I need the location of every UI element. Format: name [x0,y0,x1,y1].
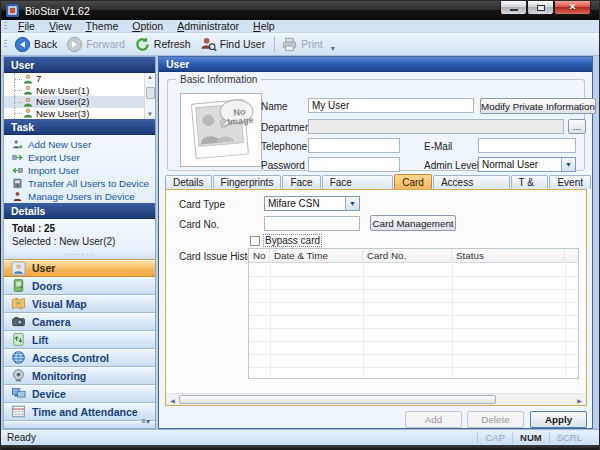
card-issue-history-table: No Date & Time Card No. Status [248,248,579,379]
export-user-icon [12,152,23,163]
nav-device[interactable]: Device [4,385,155,403]
print-button[interactable]: Print [278,34,329,55]
menu-help[interactable]: Help [246,20,282,32]
toolbar-overflow-button[interactable]: ▾ [331,44,335,55]
task-transfer-all-users[interactable]: Transfer All Users to Device [4,177,155,190]
department-field[interactable] [308,119,564,134]
nav-label: Monitoring [32,370,86,382]
nav-visual-map[interactable]: Visual Map [4,295,155,313]
menu-administrator[interactable]: Administrator [170,20,246,32]
nav-monitoring[interactable]: Monitoring [4,367,155,385]
camera-icon [11,314,26,329]
sidebar-splitter[interactable]: ······· [4,252,155,259]
scroll-right-icon[interactable]: ▶ [574,395,585,405]
scroll-thumb[interactable] [146,87,155,99]
visual-map-icon [11,296,26,311]
tree-item[interactable]: New User(3) [4,108,155,120]
nav-filler: ≡▾ [4,421,155,428]
scroll-down-icon[interactable]: ▼ [147,110,153,119]
tree-item[interactable]: New User(1) [4,85,155,97]
tab-face[interactable]: Face [282,175,320,189]
tab-event[interactable]: Event [549,175,591,189]
minimize-button[interactable] [500,1,527,15]
column-header-no[interactable]: No [249,249,270,263]
keyboard-indicators: CAP NUM SCRL [477,430,599,445]
menu-view[interactable]: View [42,20,79,32]
card-management-button[interactable]: Card Management [370,215,456,231]
scroll-up-icon[interactable]: ▲ [147,73,153,82]
scroll-thumb[interactable] [179,395,496,404]
doors-icon [11,278,26,293]
tab-face-fusion[interactable]: Face (Fusion) [322,175,394,189]
delete-button[interactable]: Delete [467,411,524,428]
horizontal-scrollbar[interactable]: ◀ ▶ [166,393,586,405]
refresh-icon [134,36,151,53]
tab-access-control[interactable]: Access Control [433,175,510,189]
nav-label: Visual Map [32,298,87,310]
task-export-user[interactable]: Export User [4,151,155,164]
name-field[interactable] [308,98,474,113]
details-info: Total : 25 Selected : New User(2) [4,219,155,252]
tab-fingerprints[interactable]: Fingerprints [213,175,282,189]
action-buttons: Add Delete Apply [159,411,594,428]
nav-time-and-attendance[interactable]: Time and Attendance [4,403,155,421]
find-user-button[interactable]: Find User [197,34,272,55]
column-header-date-time[interactable]: Date & Time [270,249,363,263]
menu-file[interactable]: File [11,20,42,32]
nav-label: Time and Attendance [32,406,138,418]
access-control-icon [11,350,26,365]
refresh-label: Refresh [154,38,191,50]
tree-scrollbar[interactable]: ▲ ▼ [144,73,155,119]
email-field[interactable] [478,138,576,153]
sidebar-details-header: Details [4,203,155,219]
task-label: Import User [28,165,79,176]
nav-lift[interactable]: Lift [4,331,155,349]
basic-information-group: Basic Information [167,79,585,171]
maximize-icon [537,5,545,11]
tree-item-selected[interactable]: New User(2) [4,96,155,108]
back-button[interactable]: Back [11,34,63,55]
toolbar: Back Forward Refresh Find User Print [1,33,599,56]
caps-lock-indicator: CAP [477,432,512,443]
tab-t-and-a[interactable]: T & A [511,175,549,189]
scroll-left-icon[interactable]: ◀ [167,395,178,405]
column-header-status[interactable]: Status [452,249,565,263]
telephone-field[interactable] [308,138,400,153]
admin-level-select[interactable]: Normal User ▼ [478,157,576,172]
nav-doors[interactable]: Doors [4,277,155,295]
tab-details[interactable]: Details [165,175,212,189]
maximize-button[interactable] [527,1,554,15]
task-import-user[interactable]: Import User [4,164,155,177]
refresh-button[interactable]: Refresh [131,34,197,55]
add-button[interactable]: Add [405,411,462,428]
nav-user[interactable]: User [4,259,155,277]
menu-theme[interactable]: Theme [79,20,126,32]
password-field[interactable] [308,157,400,172]
main-content: Basic Information [159,72,592,428]
menu-option[interactable]: Option [125,20,170,32]
tab-card[interactable]: Card [394,174,432,189]
bypass-card-row: Bypass card [250,234,322,247]
card-type-select[interactable]: Mifare CSN ▼ [264,196,360,211]
tree-connector [14,108,22,120]
device-icon [11,386,26,401]
task-add-new-user[interactable]: Add New User [4,138,155,151]
nav-access-control[interactable]: Access Control [4,349,155,367]
app-body: User 7 New User(1) New User(2) [1,56,599,429]
close-button[interactable]: ✕ [554,1,591,15]
forward-button[interactable]: Forward [63,34,131,55]
modify-private-information-button[interactable]: Modify Private Information [480,98,596,114]
card-no-field[interactable] [264,216,360,231]
column-header-card-no[interactable]: Card No. [363,249,452,263]
minimize-icon [510,9,518,11]
card-no-label: Card No. [179,219,219,230]
task-manage-users[interactable]: Manage Users in Device [4,190,155,203]
name-label: Name [261,101,288,112]
configure-buttons-icon[interactable]: ≡▾ [141,417,150,426]
tree-item[interactable]: 7 [4,73,155,85]
apply-button[interactable]: Apply [530,411,587,428]
nav-camera[interactable]: Camera [4,313,155,331]
department-browse-button[interactable]: ... [568,119,586,134]
bypass-card-checkbox[interactable] [250,236,260,246]
forward-icon [66,36,83,53]
